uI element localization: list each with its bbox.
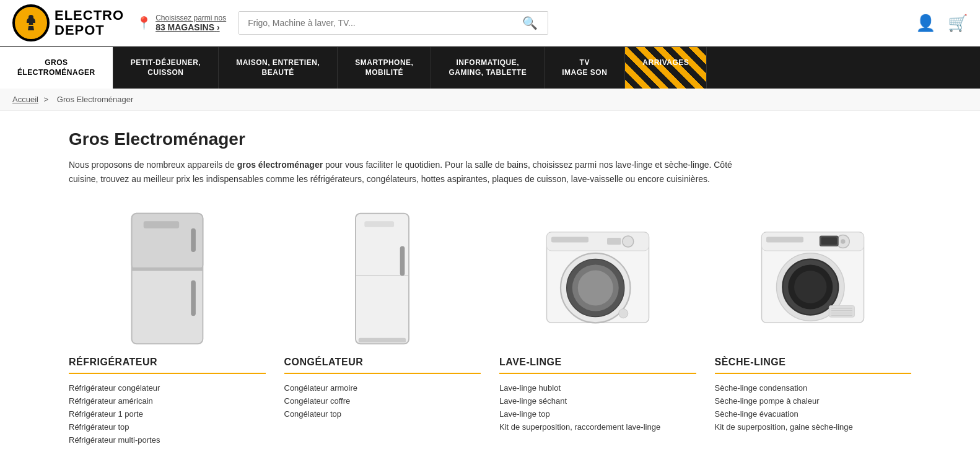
svg-rect-6 [191,280,196,316]
svg-rect-5 [191,228,196,252]
svg-rect-15 [551,237,588,242]
lave-linge-links: Lave-linge hublot Lave-linge séchant Lav… [499,381,696,433]
store-locator[interactable]: 📍 Choisissez parmi nos 83 MAGASINS › [136,14,226,32]
search-input[interactable] [239,12,512,34]
nav-item-informatique[interactable]: INFORMATIQUE,GAMING, TABLETTE [431,47,545,89]
logo-text: ELECTRO DEPOT [55,8,124,38]
list-item[interactable]: Kit de superposition, raccordement lave-… [499,420,696,433]
list-item[interactable]: Réfrigérateur américain [69,394,266,407]
desc-bold: gros électroménager [237,160,323,170]
page-description: Nous proposons de nombreux appareils de … [69,158,750,186]
list-item[interactable]: Congélateur armoire [284,381,481,394]
breadcrumb: Accueil > Gros Electroménager [0,89,980,111]
list-item[interactable]: Réfrigérateur multi-portes [69,433,266,446]
list-item[interactable]: Lave-linge séchant [499,394,696,407]
site-header: ELECTRO DEPOT 📍 Choisissez parmi nos 83 … [0,0,980,46]
nav-item-gros[interactable]: GROSÉLECTROMÉNAGER [0,47,113,89]
svg-point-16 [623,236,634,247]
refrigerateur-title: RÉFRIGÉRATEUR [69,357,266,374]
seche-linge-links: Sèche-linge condensation Sèche-linge pom… [715,381,912,433]
product-grid: RÉFRIGÉRATEUR Réfrigérateur congélateur … [69,211,911,446]
pin-icon: 📍 [136,15,152,30]
main-nav: GROSÉLECTROMÉNAGER PETIT-DÉJEUNER,CUISSO… [0,46,980,89]
nav-item-tv[interactable]: TVIMAGE SON [545,47,625,89]
list-item[interactable]: Lave-linge hublot [499,381,696,394]
breadcrumb-separator: > [44,95,49,104]
breadcrumb-home[interactable]: Accueil [12,95,38,104]
list-item[interactable]: Sèche-linge pompe à chaleur [715,394,912,407]
list-item[interactable]: Réfrigérateur top [69,420,266,433]
refrigerateur-links: Réfrigérateur congélateur Réfrigérateur … [69,381,266,446]
list-item[interactable]: Lave-linge top [499,407,696,420]
logo-link[interactable]: ELECTRO DEPOT [12,4,124,41]
freezer-image[interactable] [284,211,481,347]
dryer-image[interactable] [715,211,912,347]
list-item[interactable]: Congélateur coffre [284,394,481,407]
category-congelateur: CONGÉLATEUR Congélateur armoire Congélat… [284,211,481,446]
svg-rect-8 [356,214,409,344]
svg-rect-10 [400,246,405,276]
store-label: Choisissez parmi nos [155,14,226,22]
account-icon[interactable]: 👤 [916,14,935,33]
logo-icon [12,4,50,41]
list-item[interactable]: Réfrigérateur congélateur [69,381,266,394]
svg-point-33 [794,271,827,303]
store-count[interactable]: 83 MAGASINS › [155,22,226,32]
svg-rect-12 [359,338,406,343]
svg-rect-7 [143,221,178,228]
svg-point-21 [578,270,613,305]
lave-linge-title: LAVE-LINGE [499,357,696,374]
search-icon: 🔍 [522,16,538,30]
search-button[interactable]: 🔍 [512,12,548,34]
washer-image[interactable] [499,211,696,347]
nav-item-smartphone[interactable]: SMARTPHONE,MOBILITÉ [338,47,431,89]
svg-rect-4 [131,267,203,271]
svg-rect-25 [766,237,803,242]
nav-item-arrivages[interactable]: ARRIVAGES [625,47,707,89]
fridge-image[interactable] [69,211,266,347]
list-item[interactable]: Sèche-linge condensation [715,381,912,394]
svg-point-27 [841,239,846,244]
category-refrigerateur: RÉFRIGÉRATEUR Réfrigérateur congélateur … [69,211,266,446]
category-seche-linge: SÈCHE-LINGE Sèche-linge condensation Sèc… [715,211,912,446]
congelateur-links: Congélateur armoire Congélateur coffre C… [284,381,481,420]
cart-icon[interactable]: 🛒 [948,14,968,33]
page-title: Gros Electroménager [69,129,911,149]
nav-item-maison[interactable]: MAISON, ENTRETIEN,BEAUTÉ [219,47,338,89]
list-item[interactable]: Kit de superposition, gaine sèche-linge [715,420,912,433]
svg-point-22 [619,309,628,318]
congelateur-title: CONGÉLATEUR [284,357,481,374]
desc-start: Nous proposons de nombreux appareils de [69,160,237,170]
svg-rect-29 [821,237,838,245]
main-content: Gros Electroménager Nous proposons de no… [56,111,924,452]
svg-rect-17 [607,238,621,245]
category-lave-linge: LAVE-LINGE Lave-linge hublot Lave-linge … [499,211,696,446]
breadcrumb-current: Gros Electroménager [57,95,134,104]
list-item[interactable]: Réfrigérateur 1 porte [69,407,266,420]
nav-item-petit[interactable]: PETIT-DÉJEUNER,CUISSON [113,47,219,89]
svg-rect-11 [365,221,395,227]
header-icons: 👤 🛒 [916,14,968,33]
list-item[interactable]: Sèche-linge évacuation [715,407,912,420]
search-bar: 🔍 [238,11,548,35]
seche-linge-title: SÈCHE-LINGE [715,357,912,374]
list-item[interactable]: Congélateur top [284,407,481,420]
